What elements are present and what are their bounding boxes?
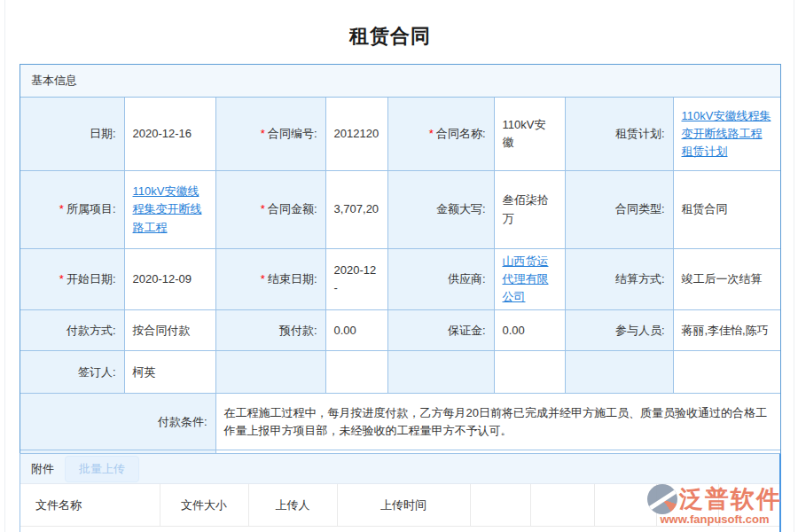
empty-label-cell [215,351,325,394]
page-left-edge [4,0,5,532]
attachments-section-title: 附件 [31,461,54,477]
required-mark: * [261,202,265,215]
field-value-contract-no: 2012120 [325,98,387,171]
field-value-date: 2020-12-16 [124,98,215,171]
field-value-payment-terms: 在工程施工过程中，每月按进度付款，乙方每月20日前将已完成并经甲方施工员、质量员… [215,394,780,450]
col-header-empty [470,484,530,527]
field-value-signer: 柯英 [124,351,215,394]
required-mark: * [59,272,64,286]
field-value-contract-name: 110kV安徽 [494,98,565,171]
field-label-text: 日期: [90,127,116,140]
field-label-contract-type: 合同类型: [565,171,673,249]
table-row: 付款条件: 在工程施工过程中，每月按进度付款，乙方每月20日前将已完成并经甲方施… [20,394,780,450]
table-row: *所属项目: 110kV安徽线程集变开断线路工程 *合同金额: 3,707,20… [20,171,780,249]
required-mark: * [261,127,265,140]
empty-label-cell [565,351,673,394]
field-label-date: 日期: [20,98,124,171]
batch-upload-button[interactable]: 批量上传 [65,456,139,482]
field-label-text: 签订人: [78,365,116,379]
table-row: 付款方式: 按合同付款 预付款: 0.00 保证金: 0.00 参与人员: 蒋丽… [20,310,780,351]
basic-info-table: 日期: 2020-12-16 *合同编号: 2012120 *合同名称: 110… [20,98,780,494]
page-right-edge [794,0,794,532]
field-label-end-date: *结束日期: [215,249,325,310]
field-label-supplier: 供应商: [387,249,494,310]
col-header-uploader: 上传人 [248,484,337,527]
field-value-payment-method: 按合同付款 [124,310,215,351]
field-label-text: 合同类型: [615,202,665,215]
field-label-contract-name: *合同名称: [387,98,494,171]
brand-row: 泛普软件 [647,483,782,515]
basic-info-section: 基本信息 日期: 2020-12-16 *合同编号: 2012120 *合同名称… [20,64,781,495]
field-label-prepayment: 预付款: [215,310,325,351]
field-value-contract-type: 租赁合同 [673,171,780,249]
table-row: 签订人: 柯英 [20,351,780,394]
table-row: *开始日期: 2020-12-09 *结束日期: 2020-12- 供应商: 山… [20,249,780,310]
empty-value-cell [494,351,565,394]
field-label-settlement: 结算方式: [565,249,673,310]
field-value-lease-plan: 110kV安徽线程集变开断线路工程租赁计划 [673,98,780,171]
col-header-upload-time: 上传时间 [337,484,470,527]
field-label-text: 合同金额: [268,202,317,215]
field-value-contract-amount: 3,707,20 [325,171,387,249]
empty-value-cell [673,351,780,394]
col-header-file-name: 文件名称 [20,484,160,527]
field-label-contract-amount: *合同金额: [215,171,325,249]
field-label-text: 租赁计划: [615,127,665,140]
lease-plan-link[interactable]: 110kV安徽线程集变开断线路工程租赁计划 [682,109,771,158]
col-header-empty [530,484,594,527]
field-label-lease-plan: 租赁计划: [565,98,673,171]
field-value-amount-in-words: 叁佰柒拾万 [494,171,565,249]
field-label-start-date: *开始日期: [20,249,124,310]
field-label-text: 合同编号: [268,127,317,140]
field-value-deposit: 0.00 [494,310,565,351]
fanpusoft-watermark: 泛普软件 www.fanpusoft.com [647,483,782,526]
field-value-end-date: 2020-12- [325,249,387,310]
required-mark: * [261,272,265,286]
field-label-text: 付款方式: [66,324,116,337]
field-label-contract-no: *合同编号: [215,98,325,171]
field-label-text: 结束日期: [268,272,317,286]
field-value-supplier: 山西货运代理有限公司 [494,249,565,310]
field-label-text: 开始日期: [66,272,116,286]
field-label-text: 所属项目: [66,202,116,215]
field-label-text: 参与人员: [615,324,665,337]
field-label-text: 保证金: [448,324,486,337]
field-label-text: 结算方式: [615,272,665,286]
empty-label-cell [387,351,494,394]
brand-name: 泛普软件 [679,483,782,515]
basic-info-section-title: 基本信息 [20,65,780,98]
field-value-project: 110kV安徽线程集变开断线路工程 [124,171,215,249]
field-label-amount-in-words: 金额大写: [387,171,494,249]
attachments-header: 附件 批量上传 [20,454,779,484]
field-label-project: *所属项目: [20,171,124,249]
field-label-text: 供应商: [448,272,486,286]
required-mark: * [59,202,64,215]
field-value-participants: 蒋丽,李佳怡,陈巧 [673,310,780,351]
project-link[interactable]: 110kV安徽线程集变开断线路工程 [133,184,202,233]
field-label-text: 付款条件: [158,415,207,428]
col-header-file-size: 文件大小 [160,484,248,527]
field-label-payment-terms: 付款条件: [20,394,215,450]
field-label-text: 预付款: [279,324,317,337]
field-label-participants: 参与人员: [565,310,673,351]
field-value-settlement: 竣工后一次结算 [673,249,780,310]
field-label-signer: 签订人: [20,351,124,394]
field-label-text: 金额大写: [436,202,486,215]
supplier-link[interactable]: 山西货运代理有限公司 [503,254,549,303]
page-title: 租赁合同 [0,23,780,50]
brand-website: www.fanpusoft.com [647,512,782,526]
field-value-prepayment: 0.00 [325,310,387,351]
empty-value-cell [325,351,387,394]
field-label-payment-method: 付款方式: [20,310,124,351]
field-label-text: 合同名称: [436,127,486,140]
field-label-deposit: 保证金: [387,310,494,351]
field-value-start-date: 2020-12-09 [124,249,215,310]
required-mark: * [429,127,434,140]
fanpusoft-logo-icon [647,484,677,514]
table-row: 日期: 2020-12-16 *合同编号: 2012120 *合同名称: 110… [20,98,780,171]
